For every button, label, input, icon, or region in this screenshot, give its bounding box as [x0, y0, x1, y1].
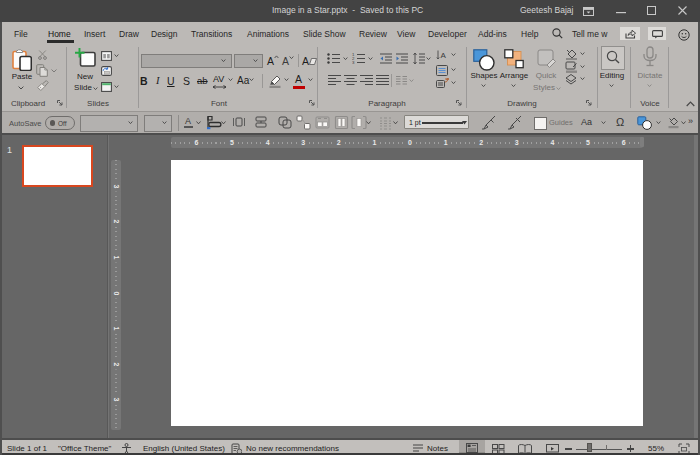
svg-text:3: 3 — [352, 60, 355, 64]
svg-text:A: A — [441, 51, 447, 60]
